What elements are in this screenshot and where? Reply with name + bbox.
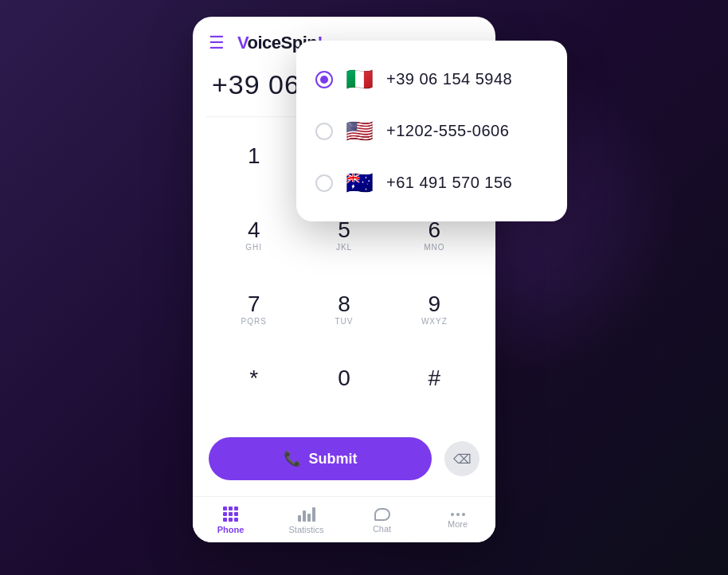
radio-us[interactable] xyxy=(315,123,333,140)
flag-it: 🇮🇹 xyxy=(346,66,374,92)
delete-icon: ⌫ xyxy=(453,452,472,467)
phone-call-icon: 📞 xyxy=(284,450,301,467)
delete-button[interactable]: ⌫ xyxy=(444,441,479,476)
more-nav-icon xyxy=(451,513,465,516)
dial-key-1[interactable]: 1 xyxy=(209,125,299,199)
submit-label: Submit xyxy=(309,451,358,467)
radio-it[interactable] xyxy=(315,71,333,88)
dial-key-9[interactable]: 9 WXYZ xyxy=(389,273,479,347)
digit-7: 7 xyxy=(248,293,260,315)
digit-6: 6 xyxy=(429,219,441,241)
dial-key-hash[interactable]: # xyxy=(389,347,479,421)
action-row: 📞 Submit ⌫ xyxy=(193,429,495,496)
dropdown-item-au[interactable]: 🇦🇺 +61 491 570 156 xyxy=(296,157,567,209)
dial-key-8[interactable]: 8 TUV xyxy=(299,273,389,347)
radio-au[interactable] xyxy=(315,174,333,192)
flag-us: 🇺🇸 xyxy=(346,118,374,144)
nav-item-phone[interactable]: Phone xyxy=(193,497,268,542)
flag-au: 🇦🇺 xyxy=(346,170,374,196)
letters-9: WXYZ xyxy=(421,317,448,327)
digit-1: 1 xyxy=(248,145,260,167)
letters-6: MNO xyxy=(424,243,444,253)
dial-key-7[interactable]: 7 PQRS xyxy=(209,273,299,347)
number-it: +39 06 154 5948 xyxy=(386,70,512,88)
digit-8: 8 xyxy=(338,293,350,315)
digit-9: 9 xyxy=(429,293,441,315)
nav-item-chat[interactable]: Chat xyxy=(344,497,420,542)
dropdown-panel: 🇮🇹 +39 06 154 5948 🇺🇸 +1202-555-0606 🇦🇺 … xyxy=(296,41,567,221)
submit-button[interactable]: 📞 Submit xyxy=(209,437,432,480)
dial-key-0[interactable]: 0 xyxy=(299,347,389,421)
statistics-nav-icon xyxy=(298,507,315,522)
nav-item-more[interactable]: More xyxy=(420,497,495,542)
nav-item-statistics[interactable]: Statistics xyxy=(268,497,344,542)
number-us: +1202-555-0606 xyxy=(386,122,509,140)
digit-0: 0 xyxy=(338,367,350,389)
app-container: ☰ VoiceSpin! +39 06 154 5948 1 2 ABC 3 D… xyxy=(193,17,535,558)
digit-4: 4 xyxy=(248,219,260,241)
letters-4: GHI xyxy=(245,243,262,253)
letters-8: TUV xyxy=(335,317,353,327)
radio-inner-it xyxy=(320,76,328,84)
statistics-nav-label: Statistics xyxy=(288,525,323,534)
dropdown-item-us[interactable]: 🇺🇸 +1202-555-0606 xyxy=(296,105,567,157)
digit-5: 5 xyxy=(338,219,350,241)
chat-nav-label: Chat xyxy=(373,524,391,534)
digit-hash: # xyxy=(429,367,441,389)
more-nav-label: More xyxy=(448,519,468,529)
phone-nav-label: Phone xyxy=(217,525,245,534)
bottom-nav: Phone Statistics Chat xyxy=(193,496,495,542)
number-au: +61 491 570 156 xyxy=(386,174,512,192)
phone-nav-icon xyxy=(223,507,238,522)
dropdown-item-it[interactable]: 🇮🇹 +39 06 154 5948 xyxy=(296,53,567,105)
dial-key-star[interactable]: * xyxy=(209,347,299,421)
chat-nav-icon xyxy=(374,508,390,521)
letters-5: JKL xyxy=(336,243,352,253)
dial-key-4[interactable]: 4 GHI xyxy=(209,199,299,273)
menu-icon[interactable]: ☰ xyxy=(209,34,225,52)
digit-star: * xyxy=(249,367,258,389)
letters-7: PQRS xyxy=(241,317,266,327)
